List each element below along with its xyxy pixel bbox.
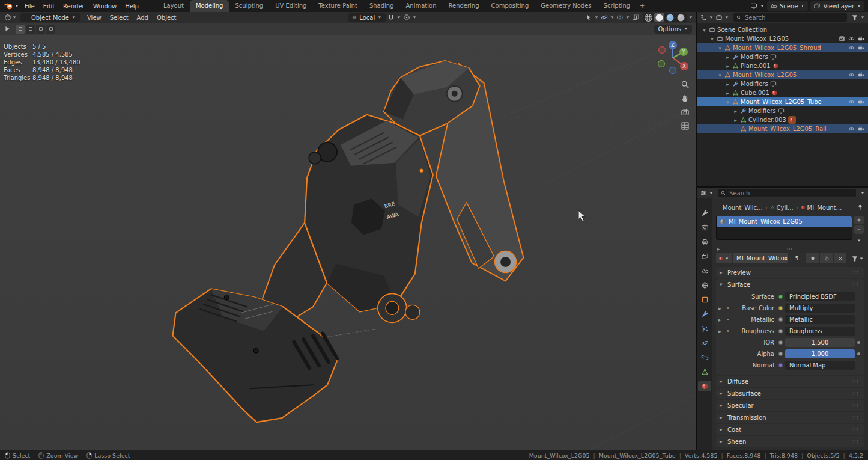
camera-icon[interactable]	[858, 44, 864, 51]
workspace-tab-rendering[interactable]: Rendering	[442, 0, 485, 12]
eye-icon[interactable]	[848, 126, 855, 132]
caret-icon[interactable]	[709, 191, 714, 195]
animate-property-dot[interactable]	[855, 352, 863, 355]
properties-editor-icon[interactable]	[700, 189, 707, 197]
expand-arrow[interactable]: ▸	[718, 317, 723, 323]
expand-arrow[interactable]: ▸	[725, 90, 730, 96]
viewlayer-selector[interactable]: ViewLayer	[810, 1, 864, 11]
transform-orientation-dropdown[interactable]: Local	[348, 13, 386, 22]
menu-window[interactable]: Window	[89, 2, 121, 11]
axis-y-neg-ball[interactable]	[658, 61, 665, 67]
menu-file[interactable]: File	[20, 2, 39, 11]
camera-icon[interactable]	[858, 72, 864, 78]
viewport-canvas[interactable]: BRE AWA Objects5 / 5Vertices4,585 / 4,58…	[0, 35, 696, 450]
breadcrumb-item-1[interactable]: Cyli...	[770, 204, 794, 211]
material-slot-item[interactable]: MI_Mount_Wilcox_L2G05	[717, 216, 852, 227]
outliner-row-plane-001[interactable]: ▸Plane.001	[697, 61, 868, 70]
properties-tab-object-data[interactable]	[698, 367, 711, 377]
scene-browse-icon[interactable]	[750, 2, 757, 10]
caret-icon[interactable]	[709, 15, 714, 20]
proportional-caret-icon[interactable]	[412, 15, 417, 20]
pin-icon[interactable]	[857, 204, 864, 211]
viewport-menu-add[interactable]: Add	[133, 13, 153, 22]
workspace-tab-texture-paint[interactable]: Texture Paint	[312, 0, 363, 12]
projection-toggle-icon[interactable]	[681, 121, 690, 130]
panel-surface-header[interactable]: ▾ Surface	[716, 279, 864, 290]
fake-user-button[interactable]	[806, 253, 819, 263]
shading-solid-button[interactable]	[654, 13, 664, 22]
expand-arrow[interactable]: ▾	[709, 36, 715, 42]
mode-dropdown[interactable]: Object Mode	[20, 13, 80, 22]
properties-tab-material[interactable]	[698, 381, 711, 391]
workspace-tab-geometry-nodes[interactable]: Geometry Nodes	[535, 0, 597, 12]
options-dropdown[interactable]: Options	[654, 25, 692, 34]
slot-specials-button[interactable]	[854, 236, 864, 245]
properties-tab-tool[interactable]	[698, 208, 711, 218]
shading-wireframe-button[interactable]	[643, 13, 654, 22]
outliner-row-cylinder-003[interactable]: ▸Cylinder.003	[697, 115, 868, 124]
caret-icon[interactable]	[724, 15, 729, 20]
input-roughness[interactable]: Roughness	[785, 327, 855, 336]
outliner-editor-icon[interactable]	[700, 14, 707, 21]
checkbox-icon[interactable]	[839, 35, 845, 42]
outliner-row-mount-wilcox-l2g05-rail[interactable]: Mount_Wilcox_L2G05_Rail	[697, 124, 868, 133]
material-slot-list[interactable]: MI_Mount_Wilcox_L2G05	[716, 216, 852, 240]
panel-specular[interactable]: ▸Specular	[716, 400, 864, 411]
input-surface[interactable]: Principled BSDF	[785, 292, 855, 301]
properties-tab-render[interactable]	[698, 222, 711, 233]
expand-arrow[interactable]: ▾	[717, 45, 723, 51]
properties-tab-scene[interactable]	[698, 266, 711, 276]
material-filter-icon[interactable]	[851, 255, 858, 262]
axis-z-neg-ball[interactable]	[670, 67, 676, 74]
select-mode-subtract-button[interactable]	[36, 25, 45, 34]
proportional-editing-icon[interactable]	[403, 14, 410, 21]
panel-coat[interactable]: ▸Coat	[716, 424, 864, 435]
menu-help[interactable]: Help	[121, 2, 143, 11]
unlink-material-button[interactable]	[834, 253, 846, 263]
show-gizmos-icon[interactable]	[601, 14, 608, 21]
properties-tab-world[interactable]	[698, 280, 711, 290]
outliner-row-modifiers[interactable]: ▸Modifiers	[697, 52, 868, 61]
expand-arrow[interactable]: ▸	[733, 108, 738, 114]
screen-icon[interactable]	[770, 54, 777, 60]
material-icon[interactable]	[772, 63, 779, 69]
blender-logo-icon[interactable]	[4, 2, 13, 10]
camera-icon[interactable]	[858, 126, 864, 132]
selectability-caret-icon[interactable]	[594, 15, 599, 20]
mount-model[interactable]: BRE AWA	[173, 61, 524, 422]
expand-arrow[interactable]: ▸	[718, 305, 723, 311]
eye-icon[interactable]	[848, 99, 855, 105]
add-workspace-button[interactable]: +	[636, 0, 648, 12]
shading-material-button[interactable]	[665, 13, 675, 22]
viewport-menu-object[interactable]: Object	[153, 13, 181, 22]
workspace-tab-scripting[interactable]: Scripting	[598, 0, 636, 12]
camera-icon[interactable]	[858, 35, 864, 42]
select-mode-new-button[interactable]	[16, 25, 25, 34]
app-menu-caret-icon[interactable]	[14, 4, 19, 8]
outliner-row-scene-collection[interactable]: ▾Scene Collection	[697, 25, 868, 34]
workspace-tab-modeling[interactable]: Modeling	[190, 0, 229, 12]
caret-icon[interactable]	[860, 191, 865, 195]
workspace-tab-animation[interactable]: Animation	[400, 0, 443, 12]
input-ior[interactable]: 1.500	[785, 338, 855, 347]
properties-tab-view-layer[interactable]	[698, 251, 711, 262]
outliner-row-mount-wilcox-l2g05[interactable]: ▾Mount_Wilcox_L2G05	[697, 70, 868, 79]
workspace-tab-shading[interactable]: Shading	[363, 0, 400, 12]
properties-tab-constraints[interactable]	[698, 352, 711, 363]
input-metallic[interactable]: Metallic	[785, 315, 855, 324]
select-mode-extend-button[interactable]	[26, 25, 35, 34]
outliner-row-mount-wilcox-l2g05-tube[interactable]: ▾Mount_Wilcox_L2G05_Tube	[697, 97, 868, 106]
shading-caret-icon[interactable]	[688, 15, 693, 20]
material-name-field[interactable]: MI_Mount_Wilcox_L2G05	[733, 253, 788, 263]
outliner-row-mount-wilcox-l2g05[interactable]: ▾Mount_Wilcox_L2G05	[697, 34, 868, 43]
zoom-tool-icon[interactable]	[681, 80, 690, 89]
input-normal[interactable]: Normal Map	[785, 361, 855, 370]
display-mode-icon[interactable]	[715, 14, 723, 21]
panel-sheen[interactable]: ▸Sheen	[716, 436, 864, 447]
pan-tool-icon[interactable]	[681, 94, 690, 103]
workspace-tab-compositing[interactable]: Compositing	[485, 0, 535, 12]
expand-arrow[interactable]: ▸	[725, 54, 730, 60]
breadcrumb-item-0[interactable]: Mount_Wilc...	[716, 204, 763, 211]
screen-icon[interactable]	[770, 81, 777, 87]
expand-arrow[interactable]: ▾	[702, 27, 707, 33]
